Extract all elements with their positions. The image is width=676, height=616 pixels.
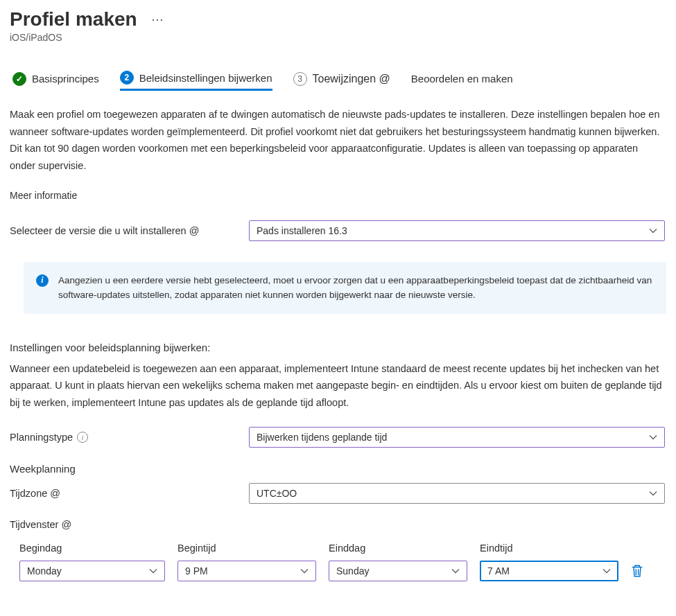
wizard-steps: ✓ Basisprincipes 2 Beleidsinstellingen b… — [10, 71, 666, 91]
version-label: Selecteer de versie die u wilt installer… — [10, 225, 249, 236]
step-number-icon: 2 — [120, 71, 134, 85]
intro-text: Maak een profiel om toegewezen apparaten… — [10, 106, 666, 175]
end-time-value: 7 AM — [487, 565, 510, 577]
step-review-create[interactable]: Beoordelen en maken — [411, 73, 513, 89]
version-select[interactable]: Pads installeren 16.3 — [249, 220, 665, 241]
col-end-day: Einddag — [329, 543, 467, 554]
start-time-select[interactable]: 9 PM — [177, 561, 316, 581]
weekly-heading: Weekplanning — [10, 463, 666, 475]
end-day-select[interactable]: Sunday — [329, 561, 467, 581]
step-label: Beoordelen en maken — [411, 73, 513, 85]
timezone-value: UTC±OO — [257, 488, 297, 499]
chevron-down-icon — [649, 227, 657, 235]
page-subtitle: iOS/iPadOS — [10, 32, 666, 43]
end-time-select[interactable]: 7 AM — [480, 561, 618, 581]
time-window-table: Begindag Begintijd Einddag Eindtijd Mond… — [10, 543, 666, 581]
timezone-label-text: Tijdzone @ — [10, 488, 60, 499]
delete-icon[interactable] — [631, 564, 643, 578]
schedule-type-label: Planningstype i — [10, 432, 249, 443]
info-callout: i Aangezien u een eerdere versie hebt ge… — [24, 262, 666, 314]
chevron-down-icon — [649, 489, 657, 498]
version-label-text: Selecteer de versie die u wilt installer… — [10, 225, 199, 236]
schedule-type-label-text: Planningstype — [10, 432, 73, 443]
schedule-body: Wanneer een updatebeleid is toegewezen a… — [10, 360, 666, 412]
info-icon: i — [36, 274, 49, 287]
step-assignments[interactable]: 3 Toewijzingen @ — [293, 72, 390, 90]
step-update-settings[interactable]: 2 Beleidsinstellingen bijwerken — [120, 71, 272, 91]
version-select-value: Pads installeren 16.3 — [257, 225, 347, 236]
chevron-down-icon — [451, 567, 460, 575]
step-label: Beleidsinstellingen bijwerken — [139, 72, 272, 84]
timewindow-label: Tijdvenster @ — [10, 519, 666, 530]
start-day-value: Monday — [27, 565, 62, 577]
start-day-select[interactable]: Monday — [19, 561, 165, 581]
timezone-select[interactable]: UTC±OO — [249, 483, 665, 504]
schedule-heading: Instellingen voor beleidsplanning bijwer… — [10, 342, 666, 353]
col-start-day: Begindag — [19, 543, 165, 554]
more-info-link[interactable]: Meer informatie — [10, 190, 666, 201]
page-title: Profiel maken — [10, 8, 137, 30]
info-callout-text: Aangezien u een eerdere versie hebt gese… — [58, 273, 654, 303]
table-row: Monday 9 PM Sunday 7 AM — [19, 561, 666, 581]
step-label: Toewijzingen @ — [313, 73, 390, 85]
chevron-down-icon — [603, 567, 611, 575]
step-number-icon: 3 — [293, 72, 307, 86]
start-time-value: 9 PM — [185, 565, 208, 577]
more-options-icon[interactable]: ⋯ — [151, 12, 165, 27]
timezone-label: Tijdzone @ — [10, 488, 249, 499]
col-end-time: Eindtijd — [480, 543, 618, 554]
step-label: Basisprincipes — [32, 73, 99, 85]
chevron-down-icon — [649, 433, 657, 441]
chevron-down-icon — [149, 567, 157, 575]
info-icon[interactable]: i — [77, 432, 88, 443]
step-basics[interactable]: ✓ Basisprincipes — [12, 72, 99, 90]
schedule-type-value: Bijwerken tijdens geplande tijd — [257, 432, 387, 443]
col-start-time: Begintijd — [177, 543, 316, 554]
schedule-type-select[interactable]: Bijwerken tijdens geplande tijd — [249, 427, 665, 448]
chevron-down-icon — [300, 567, 309, 575]
check-icon: ✓ — [12, 72, 26, 86]
end-day-value: Sunday — [336, 565, 369, 577]
